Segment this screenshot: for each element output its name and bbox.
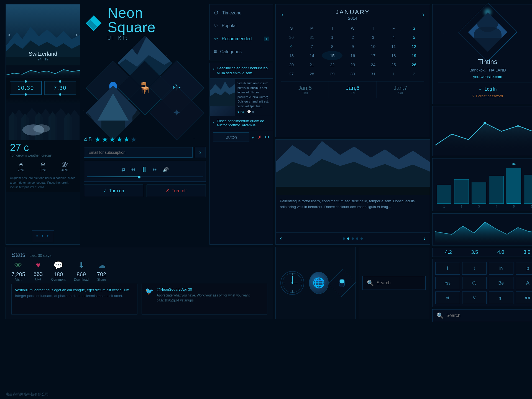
line-chart <box>432 106 532 156</box>
toggle-icon[interactable] <box>328 269 356 297</box>
social-dribbble[interactable]: ⬡ <box>462 277 487 289</box>
social-youtube[interactable]: yt <box>435 291 460 304</box>
cal-day[interactable]: 6 <box>281 42 302 51</box>
play-btn[interactable]: ⏸ <box>140 165 148 174</box>
news-dot-4[interactable] <box>356 237 358 240</box>
social-other[interactable]: ●● <box>516 291 532 304</box>
menu-item-categories[interactable]: ≡ Categories <box>214 47 269 56</box>
menu-item-popular[interactable]: ♡ Popular <box>214 21 269 30</box>
article-main-btn[interactable]: Button <box>213 132 249 142</box>
cal-day[interactable]: 2 <box>404 69 424 78</box>
cal-day[interactable]: 30 <box>281 33 302 42</box>
cal-day[interactable]: 22 <box>322 60 342 69</box>
cal-detail-jan5[interactable]: Jan,5 Thu <box>281 81 329 98</box>
star-1[interactable] <box>95 137 101 142</box>
cal-day[interactable]: 26 <box>404 60 424 69</box>
cal-day-num: Jan,6 <box>330 85 375 91</box>
star-2[interactable] <box>102 137 108 142</box>
btn-check-icon[interactable]: ✓ <box>252 135 255 140</box>
cal-day[interactable]: 5 <box>404 33 424 42</box>
cal-day[interactable]: 14 <box>302 51 322 60</box>
cal-day[interactable]: 16 <box>342 51 363 60</box>
social-twitter[interactable]: t <box>462 262 487 275</box>
cal-day[interactable]: 29 <box>322 69 342 78</box>
star-4[interactable] <box>117 137 122 142</box>
cal-day[interactable]: 11 <box>383 42 404 51</box>
cal-day[interactable]: 7 <box>302 42 322 51</box>
cal-day[interactable]: 23 <box>342 60 363 69</box>
cal-day[interactable]: 21 <box>302 60 322 69</box>
next-btn[interactable]: ⏭ <box>153 167 158 172</box>
social-pinterest[interactable]: p <box>516 262 532 275</box>
cal-day[interactable]: 4 <box>383 33 404 42</box>
email-submit-btn[interactable]: › <box>195 147 206 158</box>
cal-day[interactable]: 13 <box>281 51 302 60</box>
menu-item-timezone[interactable]: ⏱ Timezone <box>214 9 269 17</box>
btn-code-icon[interactable]: <> <box>264 135 270 140</box>
star-5[interactable] <box>124 137 129 142</box>
social-behance[interactable]: Be <box>489 277 513 289</box>
prev-btn[interactable]: ⏮ <box>131 167 135 172</box>
social-vimeo[interactable]: v <box>462 291 487 304</box>
cal-day-name: Fri <box>330 91 375 95</box>
email-input[interactable] <box>84 147 193 158</box>
news-dot-3[interactable] <box>352 237 354 240</box>
search-input-2[interactable] <box>377 280 432 285</box>
cal-detail-jan7[interactable]: Jan,7 Sat <box>377 81 424 98</box>
news-dot-1[interactable] <box>343 237 345 240</box>
news-next-btn[interactable]: › <box>424 235 426 242</box>
menu-item-recommended[interactable]: ☆ Recommended 1 <box>214 34 269 43</box>
cal-day[interactable]: 1 <box>322 33 342 42</box>
progress-handle[interactable] <box>138 176 140 178</box>
forgot-password-btn[interactable]: ? Forget password <box>472 94 503 98</box>
weather-city: Switzerland <box>6 51 80 57</box>
shuffle-btn[interactable]: ⇄ <box>121 167 126 173</box>
cal-day[interactable]: 3 <box>363 33 383 42</box>
cal-day[interactable]: 15 <box>322 51 342 60</box>
forecast-cloud: 🌫 40% <box>62 161 68 172</box>
btn-cross-icon[interactable]: ✗ <box>258 135 262 140</box>
bar-6 <box>524 175 532 204</box>
cal-day[interactable]: 18 <box>383 51 404 60</box>
cal-day[interactable]: 24 <box>363 60 383 69</box>
cal-day[interactable]: 27 <box>281 69 302 78</box>
article-footer[interactable]: › Fusce condimentum quam ac auctor portt… <box>210 116 273 130</box>
cal-day[interactable]: 9 <box>342 42 363 51</box>
turn-off-btn[interactable]: ✗ Turn off <box>147 185 206 197</box>
social-artstation[interactable]: A <box>516 277 532 289</box>
cal-day[interactable]: 31 <box>302 33 322 42</box>
news-dot-5[interactable] <box>360 237 363 240</box>
news-dot-2[interactable] <box>347 237 349 240</box>
cal-day[interactable]: 2 <box>342 33 363 42</box>
social-facebook[interactable]: f <box>435 262 460 275</box>
cal-day[interactable]: 28 <box>302 69 322 78</box>
turn-on-btn[interactable]: ✓ Turn on <box>84 185 143 197</box>
cal-day[interactable]: 10 <box>363 42 383 51</box>
article-header[interactable]: › Headline : Sed non tincidunt leo. Null… <box>210 63 273 79</box>
cal-day[interactable]: 20 <box>281 60 302 69</box>
cal-day[interactable]: 19 <box>404 51 424 60</box>
calendar-prev-btn[interactable]: ‹ <box>281 11 283 19</box>
weather-prev-btn[interactable]: < <box>8 32 11 38</box>
news-prev-btn[interactable]: ‹ <box>280 235 282 242</box>
cal-day[interactable]: 31 <box>363 69 383 78</box>
cal-day[interactable]: 1 <box>383 69 404 78</box>
login-btn[interactable]: ✓ Log in <box>479 86 497 92</box>
cal-day[interactable]: 8 <box>322 42 342 51</box>
star-6[interactable] <box>131 137 137 142</box>
profile-website[interactable]: yourwebsite.com <box>473 75 502 79</box>
social-linkedin[interactable]: in <box>489 262 513 275</box>
progress-bar[interactable] <box>87 177 203 177</box>
calendar-next-btn[interactable]: › <box>422 11 424 19</box>
search-input[interactable] <box>446 313 532 318</box>
social-rss[interactable]: rss <box>435 277 460 289</box>
cal-day[interactable]: 12 <box>404 42 424 51</box>
cal-day[interactable]: 30 <box>342 69 363 78</box>
social-googleplus[interactable]: g+ <box>489 291 513 304</box>
cal-day[interactable]: 17 <box>363 51 383 60</box>
weather-more[interactable]: • • • <box>6 228 80 244</box>
volume-btn[interactable]: 🔊 <box>163 167 169 173</box>
weather-next-btn[interactable]: > <box>75 32 78 38</box>
cal-day[interactable]: 25 <box>383 60 404 69</box>
cal-detail-jan6[interactable]: Jan,6 Fri <box>329 81 377 98</box>
